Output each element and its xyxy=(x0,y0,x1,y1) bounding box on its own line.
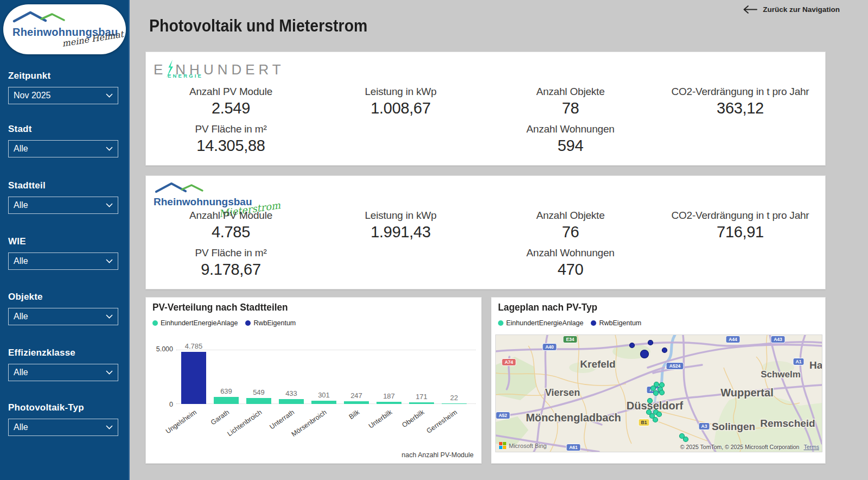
marker-einhundert-anlage[interactable] xyxy=(684,437,688,442)
wie-dropdown[interactable]: Alle xyxy=(8,252,118,270)
y-tick: 0 xyxy=(152,401,173,408)
chevron-down-icon xyxy=(106,425,113,430)
kpi-label: CO2-Verdrängung in t pro Jahr xyxy=(655,86,825,98)
marker-rwb-eigentum[interactable] xyxy=(641,350,649,358)
bar-value-label: 4.785 xyxy=(185,342,203,350)
map-city-label: Wuppertal xyxy=(720,387,773,399)
road-shield: A52 xyxy=(496,412,510,419)
category-cell: Ungelsheim xyxy=(177,406,210,450)
bar-value-label: 301 xyxy=(318,391,330,399)
category-label: Garath xyxy=(209,408,231,426)
effizienzklasse-dropdown[interactable]: Alle xyxy=(8,364,118,381)
road-shield: A43 xyxy=(771,336,785,343)
chevron-down-icon xyxy=(106,203,113,207)
map-city-label: Mönchengladbach xyxy=(526,412,621,424)
marker-einhundert-anlage[interactable] xyxy=(654,391,659,396)
road-shield: E34 xyxy=(563,336,577,343)
bar[interactable] xyxy=(279,399,304,404)
map-panel: Lageplan nach PV-Typ EinhundertEnergieAn… xyxy=(491,297,826,464)
zeitpunkt-dropdown[interactable]: Nov 2025 xyxy=(8,87,118,104)
chart-footnote: nach Anzahl PV-Module xyxy=(401,451,474,459)
mieterstrom-kpi-card: Rheinwohnungsbau Mieterstrom Anzahl PV M… xyxy=(145,175,826,289)
bar-column: 639 xyxy=(210,387,242,404)
logo-subtext: ENERGIE xyxy=(168,73,203,79)
marker-einhundert-anlage[interactable] xyxy=(653,418,658,422)
svg-text:A44: A44 xyxy=(729,337,737,342)
bar-column: 301 xyxy=(308,391,340,404)
svg-text:A40: A40 xyxy=(545,344,554,350)
filter-zeitpunkt: Zeitpunkt Nov 2025 xyxy=(8,71,118,104)
back-to-navigation-button[interactable]: Zurück zur Navigation xyxy=(743,5,840,14)
dropdown-value: Alle xyxy=(14,200,28,210)
legend-item-einhundert[interactable]: EinhundertEnergieAnlage xyxy=(498,319,583,327)
bar[interactable] xyxy=(311,401,336,404)
category-cell: Mörsenbroich xyxy=(308,406,340,450)
kpi-cell: PV Fläche in m² 9.178,67 xyxy=(146,247,316,279)
filter-label: Stadtteil xyxy=(8,180,118,191)
kpi-label: Leistung in kWp xyxy=(316,86,486,98)
kpi-value: 470 xyxy=(486,261,655,279)
bar[interactable] xyxy=(442,403,467,404)
marker-einhundert-anlage[interactable] xyxy=(651,386,656,391)
bar-column: 171 xyxy=(405,393,438,404)
terms-link[interactable]: Terms xyxy=(803,444,819,450)
kpi-value: 594 xyxy=(486,137,655,155)
legend-dot-green xyxy=(152,320,158,326)
bar-chart-panel: PV-Verteilung nach Stadtteilen Einhunder… xyxy=(145,297,482,464)
bar-column: 549 xyxy=(242,388,275,404)
microsoft-logo-icon xyxy=(499,442,506,449)
kpi-label: Anzahl Wohnungen xyxy=(486,247,655,259)
bar-value-label: 247 xyxy=(350,391,362,400)
bar[interactable] xyxy=(181,352,206,404)
filter-label: Effizienzklasse xyxy=(8,348,118,358)
marker-rwb-eigentum[interactable] xyxy=(662,348,667,353)
kpi-value: 9.178,67 xyxy=(146,261,316,279)
marker-einhundert-anlage[interactable] xyxy=(657,412,662,417)
svg-text:A43: A43 xyxy=(774,337,782,342)
filter-label: Zeitpunkt xyxy=(8,71,118,81)
bar[interactable] xyxy=(214,397,239,404)
filter-stadtteil: Stadtteil Alle xyxy=(8,180,118,214)
legend-item-rwb[interactable]: RwbEigentum xyxy=(245,319,296,327)
marker-einhundert-anlage[interactable] xyxy=(648,399,653,403)
filter-effizienzklasse: Effizienzklasse Alle xyxy=(8,348,118,381)
category-cell: Unterbilk xyxy=(373,406,405,450)
bar-value-label: 549 xyxy=(253,388,265,396)
kpi-value: 363,12 xyxy=(655,99,825,117)
roof-icon xyxy=(154,181,208,193)
bar[interactable] xyxy=(376,402,401,404)
kpi-value: 1.008,67 xyxy=(316,99,486,117)
marker-rwb-eigentum[interactable] xyxy=(648,340,653,345)
stadtteil-dropdown[interactable]: Alle xyxy=(8,197,118,214)
kpi-label: CO2-Verdrängung in t pro Jahr xyxy=(655,210,825,222)
map-city-label: Viersen xyxy=(545,387,580,398)
stadt-dropdown[interactable]: Alle xyxy=(8,140,118,157)
roof-icon xyxy=(11,10,71,23)
road-shield: A40 xyxy=(542,344,557,351)
road-shield: B1 xyxy=(639,419,649,426)
legend-label: EinhundertEnergieAnlage xyxy=(161,319,238,327)
marker-einhundert-anlage[interactable] xyxy=(660,390,665,395)
legend-item-einhundert[interactable]: EinhundertEnergieAnlage xyxy=(152,319,238,327)
kpi-value: 4.785 xyxy=(146,223,316,241)
kpi-label: Anzahl PV Module xyxy=(146,86,316,98)
bar-value-label: 22 xyxy=(450,394,458,402)
legend-item-rwb[interactable]: RwbEigentum xyxy=(591,319,641,327)
bar[interactable] xyxy=(409,402,434,404)
bar[interactable] xyxy=(344,401,369,404)
marker-rwb-eigentum[interactable] xyxy=(630,343,635,348)
dropdown-value: Alle xyxy=(14,312,28,321)
bar[interactable] xyxy=(246,398,271,404)
bar-chart-plot: 5.000 0 4.78563954943330124718717122 xyxy=(152,350,476,404)
kpi-grid: Anzahl PV Module 2.549 Leistung in kWp 1… xyxy=(146,86,825,155)
category-cell: Gerresheim xyxy=(438,406,470,450)
road-shield: A3 xyxy=(699,423,710,430)
bing-map[interactable]: A40E34A74A52A524A44A43A1A46A3B1A61 Krefe… xyxy=(495,334,822,452)
map-city-label: Schwelm xyxy=(761,369,801,380)
photovoltaik-typ-dropdown[interactable]: Alle xyxy=(8,419,118,436)
kpi-cell: PV Fläche in m² 14.305,88 xyxy=(146,123,316,155)
kpi-value: 716,91 xyxy=(655,223,825,241)
objekte-dropdown[interactable]: Alle xyxy=(8,308,118,325)
map-city-label: Solingen xyxy=(712,421,755,432)
bar-column: 247 xyxy=(340,391,373,404)
